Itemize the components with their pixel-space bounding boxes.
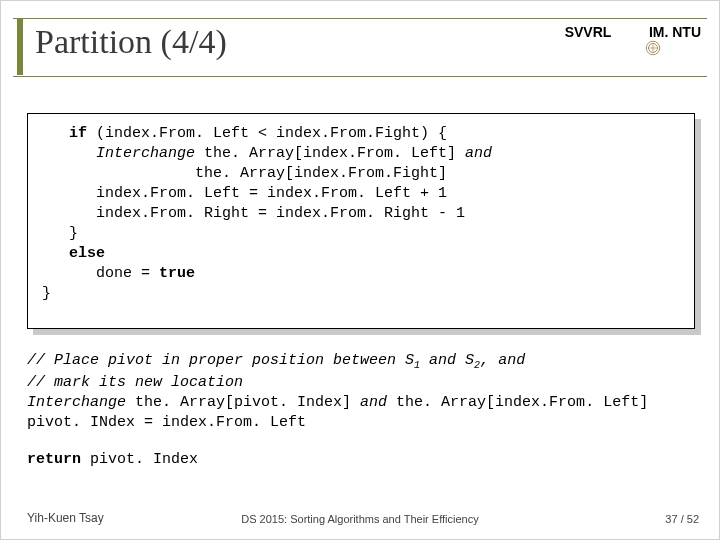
- comment-line-1: // Place pivot in proper position betwee…: [27, 352, 525, 369]
- code-line-3: the. Array[index.From.Fight]: [42, 165, 447, 182]
- page-title: Partition (4/4): [35, 23, 227, 61]
- code-box: if (index.From. Left < index.From.Fight)…: [27, 113, 695, 329]
- code-line-9: }: [42, 285, 51, 302]
- below-code: // Place pivot in proper position betwee…: [27, 351, 648, 433]
- title-rule-top: [13, 18, 707, 19]
- brand-left: SVVRL: [565, 24, 615, 40]
- code-box-panel: if (index.From. Left < index.From.Fight)…: [27, 113, 695, 329]
- code-line-1: if (index.From. Left < index.From.Fight)…: [42, 125, 447, 142]
- accent-bar: [17, 19, 23, 75]
- code-line-4: index.From. Left = index.From. Left + 1: [42, 185, 447, 202]
- brand: SVVRL IM. NTU: [565, 23, 701, 41]
- footer-course: DS 2015: Sorting Algorithms and Their Ef…: [1, 513, 719, 525]
- institution-logo-icon: [621, 23, 639, 41]
- footer-pager: 37 / 52: [665, 513, 699, 525]
- code-below-1: Interchange the. Array[pivot. Index] and…: [27, 394, 648, 411]
- return-line: return pivot. Index: [27, 451, 198, 468]
- footer: Yih-Kuen Tsay DS 2015: Sorting Algorithm…: [1, 507, 719, 525]
- title-rule-bottom: [13, 76, 707, 77]
- slide: Partition (4/4) SVVRL IM. NTU if (index.…: [0, 0, 720, 540]
- code-line-6: }: [42, 225, 78, 242]
- comment-line-2: // mark its new location: [27, 374, 243, 391]
- brand-right: IM. NTU: [645, 24, 701, 40]
- code-line-5: index.From. Right = index.From. Right - …: [42, 205, 465, 222]
- code-line-7: else: [42, 245, 105, 262]
- code-below-2: pivot. INdex = index.From. Left: [27, 414, 306, 431]
- code-line-8: done = true: [42, 265, 195, 282]
- code-line-2: Interchange the. Array[index.From. Left]…: [42, 145, 492, 162]
